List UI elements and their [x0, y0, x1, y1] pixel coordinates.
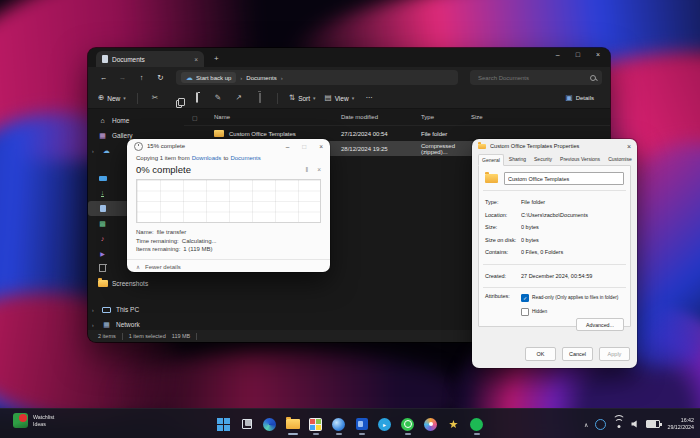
plus-circle-icon: ⊕: [98, 94, 104, 102]
tab-previous-versions[interactable]: Previous Versions: [557, 154, 603, 165]
breadcrumb[interactable]: ☁ Start back up › Documents ›: [176, 70, 458, 85]
tab-security[interactable]: Security: [531, 154, 555, 165]
column-name[interactable]: Name: [214, 114, 341, 120]
hidden-icons-chevron[interactable]: ∧: [584, 421, 588, 428]
widget-line1: Watchlist: [33, 414, 54, 421]
blue-swirl-app-button[interactable]: [330, 412, 347, 436]
hidden-checkbox[interactable]: [521, 308, 529, 316]
maximize-button[interactable]: □: [302, 143, 306, 150]
expand-chevron-icon[interactable]: ›: [92, 148, 97, 154]
chevron-up-icon: ∧: [136, 264, 140, 270]
search-box[interactable]: [470, 70, 602, 85]
search-icon: [590, 75, 596, 81]
rename-button[interactable]: ✎: [212, 94, 224, 102]
start-backup-button[interactable]: ☁ Start back up: [181, 72, 236, 83]
start-button[interactable]: [215, 412, 232, 436]
telegram-button[interactable]: ▸: [376, 412, 393, 436]
delete-button[interactable]: [254, 94, 266, 102]
downloads-link[interactable]: Downloads: [192, 155, 222, 161]
column-size[interactable]: Size: [471, 114, 531, 120]
view-button[interactable]: ▤ View ▾: [325, 94, 355, 102]
browser-circle-app-button[interactable]: [422, 412, 439, 436]
cancel-button[interactable]: Cancel: [562, 347, 593, 361]
tab-customise[interactable]: Customise: [605, 154, 635, 165]
paste-button[interactable]: [191, 94, 203, 102]
volume-icon[interactable]: [631, 420, 639, 428]
pause-button[interactable]: ‖: [306, 166, 309, 173]
chevron-right-icon: ›: [281, 75, 283, 81]
ok-button[interactable]: OK: [525, 347, 556, 361]
readonly-checkbox[interactable]: ✓: [521, 294, 529, 302]
progress-clock-icon: [134, 142, 143, 151]
sort-button[interactable]: ⇅ Sort ▾: [289, 94, 316, 102]
forward-icon[interactable]: →: [115, 73, 130, 82]
refresh-icon[interactable]: ↻: [153, 73, 168, 82]
documents-icon: [100, 205, 106, 212]
file-explorer-button[interactable]: [284, 412, 301, 436]
dialog-title: 15% complete: [147, 143, 273, 149]
clock[interactable]: 16:42 29/12/2024: [667, 417, 694, 431]
more-options-button[interactable]: ⋯: [363, 94, 375, 102]
column-header-row: ▢ Name Date modified Type Size: [184, 109, 610, 126]
select-all-checkbox[interactable]: ▢: [184, 114, 214, 121]
properties-tabs: General Sharing Security Previous Versio…: [478, 154, 631, 165]
minimize-button[interactable]: –: [556, 51, 560, 58]
cut-button[interactable]: ✂: [149, 94, 161, 102]
advanced-button[interactable]: Advanced...: [576, 318, 624, 331]
selection-count: 1 item selected: [129, 333, 166, 339]
close-button[interactable]: ×: [627, 143, 631, 150]
documents-link[interactable]: Documents: [230, 155, 260, 161]
bluetooth-ring-icon[interactable]: [595, 419, 606, 430]
green-circle-app-button[interactable]: [468, 412, 485, 436]
fewer-details-button[interactable]: ∧ Fewer details: [136, 264, 321, 270]
desktop: Documents × + – □ × ← → ↑ ↻ ☁ Start back…: [0, 0, 700, 438]
new-button[interactable]: ⊕ New ▾: [98, 94, 126, 102]
network-icon: ▦: [101, 321, 112, 328]
task-view-button[interactable]: [238, 412, 255, 436]
widgets-button[interactable]: Watchlist Ideas: [13, 413, 54, 428]
maximize-button[interactable]: □: [576, 51, 580, 58]
taskbar: Watchlist Ideas ▸ ★ ∧ 16:42: [0, 408, 700, 438]
share-button[interactable]: ↗: [233, 94, 245, 102]
tab-general[interactable]: General: [478, 154, 504, 166]
start-backup-label: Start back up: [196, 75, 231, 81]
window-controls: – □ ×: [556, 51, 600, 58]
close-button[interactable]: ×: [596, 51, 600, 58]
location-value: C:\Users\zacbo\Documents: [521, 209, 624, 222]
windows-logo-icon: [217, 418, 230, 431]
column-date-modified[interactable]: Date modified: [341, 114, 421, 120]
tab-close-icon[interactable]: ×: [194, 56, 198, 63]
up-icon[interactable]: ↑: [134, 73, 149, 82]
sidebar-item-screenshots[interactable]: Screenshots: [88, 276, 184, 291]
sidebar-item-home[interactable]: ⌂ Home: [88, 113, 184, 128]
photos-button[interactable]: [307, 412, 324, 436]
battery-icon[interactable]: [646, 420, 660, 428]
whatsapp-button[interactable]: [399, 412, 416, 436]
breadcrumb-documents[interactable]: Documents: [246, 75, 276, 81]
back-icon[interactable]: ←: [96, 73, 111, 82]
tab-sharing[interactable]: Sharing: [506, 154, 529, 165]
expand-chevron-icon[interactable]: ›: [92, 307, 97, 313]
search-input[interactable]: [476, 74, 590, 82]
dialog-title: Custom Office Templates Properties: [490, 143, 623, 149]
telegram-icon: ▸: [378, 418, 391, 431]
new-tab-button[interactable]: +: [214, 51, 219, 67]
blue-square-app-button[interactable]: [353, 412, 370, 436]
document-icon: [102, 55, 108, 63]
column-type[interactable]: Type: [421, 114, 471, 120]
apply-button[interactable]: Apply: [599, 347, 630, 361]
close-button[interactable]: ×: [319, 143, 323, 150]
star-app-button[interactable]: ★: [445, 412, 462, 436]
sidebar-item-this-pc[interactable]: › This PC: [88, 302, 184, 317]
edge-button[interactable]: [261, 412, 278, 436]
tab-title: Documents: [112, 56, 190, 63]
wifi-icon[interactable]: [613, 420, 624, 428]
onedrive-cloud-icon: ☁: [186, 74, 193, 81]
details-pane-button[interactable]: ▣ Details: [560, 92, 600, 104]
minimize-button[interactable]: –: [286, 143, 290, 150]
tab-documents[interactable]: Documents ×: [96, 51, 204, 67]
folder-name-field[interactable]: [504, 172, 624, 185]
expand-chevron-icon[interactable]: ›: [92, 322, 97, 328]
cancel-button[interactable]: ×: [317, 166, 321, 173]
taskbar-center: ▸ ★: [215, 409, 485, 438]
